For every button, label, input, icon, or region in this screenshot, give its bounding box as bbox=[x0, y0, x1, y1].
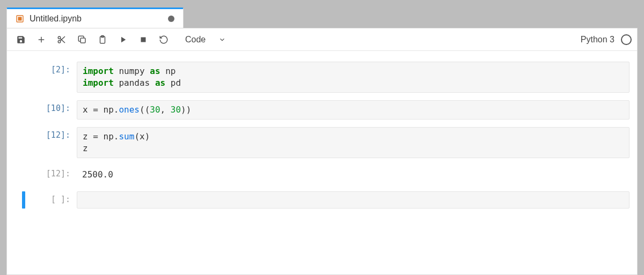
svg-point-2 bbox=[58, 36, 61, 39]
plus-icon bbox=[36, 35, 46, 44]
cell-type-label: Code bbox=[185, 35, 206, 44]
tab-title: Untitled.ipynb bbox=[30, 14, 163, 24]
cut-button[interactable] bbox=[53, 32, 70, 48]
chevron-down-icon bbox=[218, 36, 226, 43]
kernel-name: Python 3 bbox=[581, 35, 614, 44]
insert-cell-button[interactable] bbox=[33, 32, 50, 48]
paste-button[interactable] bbox=[94, 32, 111, 48]
cell-gutter bbox=[14, 166, 33, 184]
scissors-icon bbox=[57, 35, 67, 44]
stop-icon bbox=[138, 35, 148, 44]
save-icon bbox=[16, 35, 26, 44]
code-editor[interactable]: x = np.ones((30, 30)) bbox=[77, 100, 630, 120]
svg-rect-4 bbox=[80, 38, 85, 43]
cell-row: [10]:x = np.ones((30, 30)) bbox=[14, 100, 630, 120]
input-prompt: [12]: bbox=[33, 127, 77, 158]
code-editor[interactable]: z = np.sum(x) z bbox=[77, 127, 630, 158]
code-editor[interactable] bbox=[77, 191, 630, 209]
cell-gutter bbox=[14, 100, 33, 120]
notebook-body[interactable]: [2]:import numpy as np import pandas as … bbox=[7, 51, 637, 274]
code-editor[interactable]: import numpy as np import pandas as pd bbox=[77, 62, 630, 93]
cell-row: [2]:import numpy as np import pandas as … bbox=[14, 62, 630, 93]
svg-rect-7 bbox=[141, 37, 146, 42]
tab-notebook[interactable]: Untitled.ipynb bbox=[6, 8, 184, 28]
output-row: [12]:2500.0 bbox=[14, 166, 630, 184]
notebook-panel: Code Python 3 [2]:import numpy as np imp… bbox=[6, 28, 638, 275]
kernel-indicator[interactable]: Python 3 bbox=[581, 34, 632, 45]
restart-button[interactable] bbox=[155, 32, 172, 48]
clipboard-icon bbox=[98, 35, 107, 44]
output-text: 2500.0 bbox=[77, 166, 630, 184]
interrupt-button[interactable] bbox=[135, 32, 152, 48]
cell-gutter bbox=[14, 127, 33, 158]
dirty-indicator-icon bbox=[168, 16, 174, 22]
active-cell-bar bbox=[22, 191, 25, 209]
cell-gutter bbox=[14, 62, 33, 93]
svg-rect-1 bbox=[18, 17, 22, 20]
cell-row: [12]:z = np.sum(x) z bbox=[14, 127, 630, 158]
copy-button[interactable] bbox=[74, 32, 91, 48]
input-prompt: [ ]: bbox=[33, 191, 77, 209]
run-button[interactable] bbox=[114, 32, 131, 48]
input-prompt: [10]: bbox=[33, 100, 77, 120]
cell-gutter bbox=[14, 191, 33, 209]
kernel-status-icon bbox=[621, 34, 632, 45]
save-button[interactable] bbox=[12, 32, 30, 48]
play-icon bbox=[118, 35, 128, 44]
output-prompt: [12]: bbox=[33, 166, 77, 184]
svg-point-3 bbox=[58, 40, 61, 43]
restart-icon bbox=[159, 35, 169, 44]
toolbar: Code Python 3 bbox=[7, 28, 637, 51]
notebook-icon bbox=[16, 14, 24, 23]
input-prompt: [2]: bbox=[33, 62, 77, 93]
tab-strip: Untitled.ipynb bbox=[6, 6, 638, 28]
copy-icon bbox=[77, 35, 87, 44]
cell-type-select[interactable]: Code bbox=[179, 32, 232, 48]
cell-row: [ ]: bbox=[14, 191, 630, 209]
